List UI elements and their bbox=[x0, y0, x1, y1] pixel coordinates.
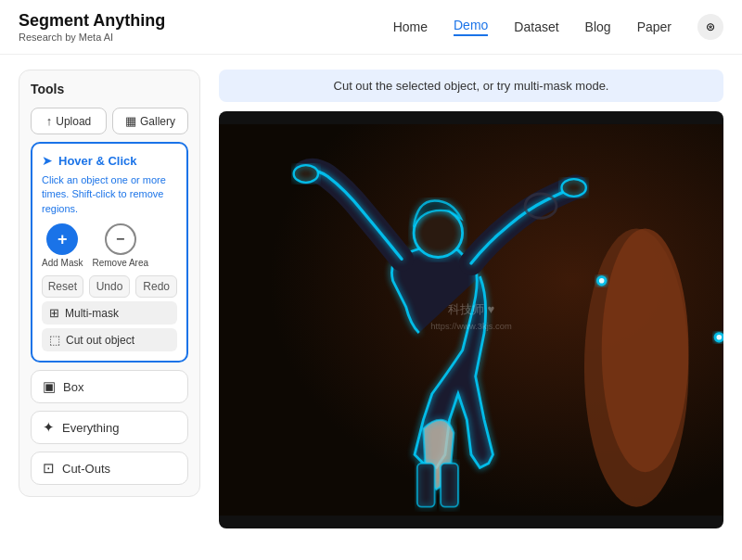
github-icon[interactable]: ⊛ bbox=[697, 14, 723, 40]
remove-area-label: Remove Area bbox=[92, 258, 148, 268]
multi-mask-icon: ⊞ bbox=[49, 306, 59, 320]
undo-row: Reset Undo Redo bbox=[42, 275, 177, 298]
segmentation-canvas: 科技师 ♥ https://www.3kjs.com bbox=[219, 111, 723, 528]
add-mask-button[interactable]: + Add Mask bbox=[42, 223, 83, 268]
cut-out-label: Cut out object bbox=[66, 334, 134, 347]
undo-button[interactable]: Undo bbox=[89, 275, 131, 298]
image-container[interactable]: 科技师 ♥ https://www.3kjs.com bbox=[219, 111, 723, 528]
reset-button[interactable]: Reset bbox=[42, 275, 83, 298]
svg-point-11 bbox=[599, 278, 605, 284]
svg-rect-15 bbox=[441, 464, 458, 507]
nav-paper[interactable]: Paper bbox=[637, 19, 672, 34]
box-tool[interactable]: ▣ Box bbox=[31, 370, 188, 403]
everything-icon: ✦ bbox=[43, 419, 55, 436]
main-layout: Tools ↑ Upload ▦ Gallery ➤ Hover & Click… bbox=[0, 55, 742, 559]
svg-point-13 bbox=[716, 335, 722, 340]
nav-dataset[interactable]: Dataset bbox=[514, 19, 558, 34]
svg-rect-14 bbox=[417, 464, 435, 507]
svg-text:科技师 ♥: 科技师 ♥ bbox=[448, 302, 495, 316]
upload-row: ↑ Upload ▦ Gallery bbox=[31, 108, 188, 134]
redo-button[interactable]: Redo bbox=[135, 275, 177, 298]
multi-mask-label: Multi-mask bbox=[65, 307, 119, 320]
svg-text:https://www.3kjs.com: https://www.3kjs.com bbox=[430, 322, 512, 331]
cursor-icon: ➤ bbox=[42, 153, 53, 168]
upload-button[interactable]: ↑ Upload bbox=[31, 108, 107, 134]
nav-blog[interactable]: Blog bbox=[585, 19, 611, 34]
hover-click-tool-card[interactable]: ➤ Hover & Click Click an object one or m… bbox=[31, 142, 188, 363]
cut-out-icon: ⬚ bbox=[49, 333, 60, 347]
main-nav: Home Demo Dataset Blog Paper ⊛ bbox=[393, 14, 723, 40]
cut-out-object-option[interactable]: ⬚ Cut out object bbox=[42, 328, 177, 351]
gallery-label: Gallery bbox=[140, 115, 175, 128]
add-mask-icon: + bbox=[46, 223, 78, 255]
upload-label: Upload bbox=[56, 115, 91, 128]
prompt-banner: Cut out the selected object, or try mult… bbox=[219, 70, 723, 102]
brand: Segment Anything Research by Meta AI bbox=[19, 11, 165, 43]
remove-area-button[interactable]: − Remove Area bbox=[92, 223, 148, 268]
everything-tool[interactable]: ✦ Everything bbox=[31, 411, 188, 444]
active-tool-description: Click an object one or more times. Shift… bbox=[42, 173, 177, 216]
app-title: Segment Anything bbox=[19, 11, 165, 31]
box-icon: ▣ bbox=[43, 378, 56, 395]
multi-mask-option[interactable]: ⊞ Multi-mask bbox=[42, 301, 177, 325]
cut-outs-label: Cut-Outs bbox=[62, 462, 110, 476]
tools-panel: Tools ↑ Upload ▦ Gallery ➤ Hover & Click… bbox=[19, 70, 200, 497]
mask-actions: + Add Mask − Remove Area bbox=[42, 223, 177, 268]
box-label: Box bbox=[63, 380, 83, 394]
app-subtitle: Research by Meta AI bbox=[19, 32, 165, 43]
gallery-button[interactable]: ▦ Gallery bbox=[112, 108, 188, 134]
gallery-icon: ▦ bbox=[125, 114, 136, 128]
svg-point-3 bbox=[602, 229, 689, 473]
cut-outs-icon: ⊡ bbox=[43, 460, 55, 477]
content-area: Cut out the selected object, or try mult… bbox=[219, 70, 723, 544]
cut-outs-tool[interactable]: ⊡ Cut-Outs bbox=[31, 452, 188, 485]
everything-label: Everything bbox=[62, 421, 119, 435]
sub-options: ⊞ Multi-mask ⬚ Cut out object bbox=[42, 301, 177, 351]
upload-icon: ↑ bbox=[46, 114, 53, 128]
active-tool-name: Hover & Click bbox=[58, 154, 137, 168]
nav-demo[interactable]: Demo bbox=[454, 18, 488, 36]
add-mask-label: Add Mask bbox=[42, 258, 83, 268]
tools-title: Tools bbox=[31, 82, 188, 96]
remove-area-icon: − bbox=[105, 223, 136, 255]
app-header: Segment Anything Research by Meta AI Hom… bbox=[0, 0, 742, 55]
active-tool-header: ➤ Hover & Click bbox=[42, 153, 177, 168]
nav-home[interactable]: Home bbox=[393, 19, 428, 34]
